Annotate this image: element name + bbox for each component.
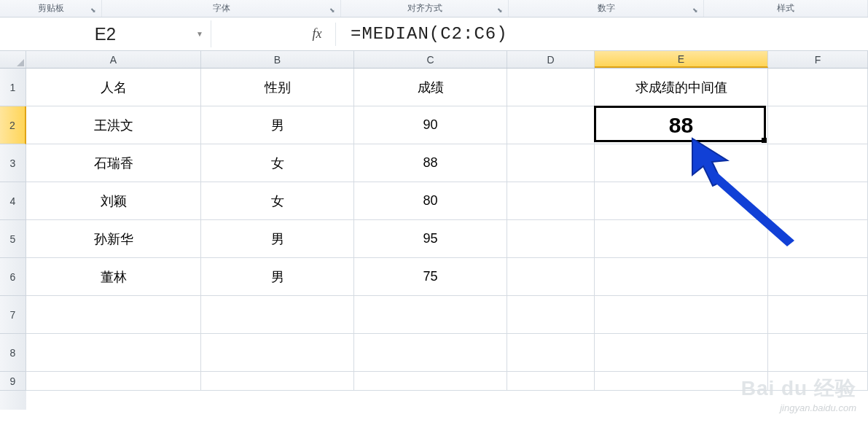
cell-B2[interactable]: 男 — [201, 106, 354, 144]
dialog-launcher-icon[interactable]: ⬊ — [88, 5, 98, 15]
cell-C7[interactable] — [354, 296, 507, 334]
dialog-launcher-icon[interactable]: ⬊ — [690, 5, 700, 15]
cell-E5[interactable] — [595, 220, 768, 258]
row-header-5[interactable]: 5 — [0, 220, 26, 258]
cell-D7[interactable] — [507, 296, 595, 334]
cell-B7[interactable] — [201, 296, 354, 334]
column-header-B[interactable]: B — [201, 51, 354, 68]
formula-text: =MEDIAN(C2:C6) — [351, 24, 508, 44]
column-headers: A B C D E F — [0, 51, 868, 69]
cell-C9[interactable] — [354, 372, 507, 391]
cell-C6[interactable]: 75 — [354, 258, 507, 296]
column-header-C[interactable]: C — [354, 51, 507, 68]
cell-C3[interactable]: 88 — [354, 144, 507, 182]
row-header-4[interactable]: 4 — [0, 182, 26, 220]
cell-E8[interactable] — [595, 334, 768, 372]
cell-E1[interactable]: 求成绩的中间值 — [595, 69, 768, 106]
column-header-A[interactable]: A — [26, 51, 201, 68]
column-header-F[interactable]: F — [768, 51, 868, 68]
ribbon-label: 数字 — [598, 2, 615, 15]
dialog-launcher-icon[interactable]: ⬊ — [327, 5, 337, 15]
cell-F5[interactable] — [768, 220, 868, 258]
ribbon-label: 样式 — [777, 2, 794, 15]
cell-C4[interactable]: 80 — [354, 182, 507, 220]
formula-controls: fx — [211, 20, 335, 47]
chevron-down-icon[interactable]: ▼ — [196, 30, 203, 38]
cell-A9[interactable] — [26, 372, 201, 391]
cell-F4[interactable] — [768, 182, 868, 220]
dialog-launcher-icon[interactable]: ⬊ — [495, 5, 505, 15]
cell-E7[interactable] — [595, 296, 768, 334]
cell-F2[interactable] — [768, 106, 868, 144]
ribbon-group-alignment: 对齐方式 ⬊ — [341, 0, 509, 17]
name-box-value: E2 — [95, 24, 116, 44]
cell-C2[interactable]: 90 — [354, 106, 507, 144]
formula-input[interactable]: =MEDIAN(C2:C6) — [336, 20, 868, 47]
cell-D2[interactable] — [507, 106, 595, 144]
cell-A5[interactable]: 孙新华 — [26, 220, 201, 258]
row-header-8[interactable]: 8 — [0, 334, 26, 372]
cell-B5[interactable]: 男 — [201, 220, 354, 258]
cell-A1[interactable]: 人名 — [26, 69, 201, 106]
ribbon-label: 字体 — [213, 2, 230, 15]
ribbon-group-font: 字体 ⬊ — [102, 0, 341, 17]
cell-C1[interactable]: 成绩 — [354, 69, 507, 106]
cell-B8[interactable] — [201, 334, 354, 372]
cell-A4[interactable]: 刘颖 — [26, 182, 201, 220]
cell-D1[interactable] — [507, 69, 595, 106]
cell-E6[interactable] — [595, 258, 768, 296]
cell-C8[interactable] — [354, 334, 507, 372]
cell-B1[interactable]: 性别 — [201, 69, 354, 106]
row-header-2[interactable]: 2 — [0, 106, 26, 144]
formula-bar: E2 ▼ fx =MEDIAN(C2:C6) — [0, 17, 868, 51]
ribbon-label: 剪贴板 — [38, 2, 64, 15]
ribbon-group-styles: 样式 — [704, 0, 868, 17]
row-headers: 1 2 3 4 5 6 7 8 9 — [0, 69, 26, 410]
cell-D6[interactable] — [507, 258, 595, 296]
cell-B6[interactable]: 男 — [201, 258, 354, 296]
watermark-logo: Bai du 经验 — [741, 375, 856, 402]
cell-F6[interactable] — [768, 258, 868, 296]
cell-C5[interactable]: 95 — [354, 220, 507, 258]
cell-B9[interactable] — [201, 372, 354, 391]
cell-A6[interactable]: 董林 — [26, 258, 201, 296]
cell-A2[interactable]: 王洪文 — [26, 106, 201, 144]
cell-D8[interactable] — [507, 334, 595, 372]
ribbon-group-clipboard: 剪贴板 ⬊ — [0, 0, 102, 17]
cell-D5[interactable] — [507, 220, 595, 258]
cell-E4[interactable] — [595, 182, 768, 220]
column-header-D[interactable]: D — [507, 51, 595, 68]
select-all-button[interactable] — [0, 51, 26, 68]
cell-A3[interactable]: 石瑞香 — [26, 144, 201, 182]
cell-F3[interactable] — [768, 144, 868, 182]
cell-F8[interactable] — [768, 334, 868, 372]
ribbon-label: 对齐方式 — [407, 2, 442, 15]
row-header-7[interactable]: 7 — [0, 296, 26, 334]
cell-D3[interactable] — [507, 144, 595, 182]
cell-E3[interactable] — [595, 144, 768, 182]
row-header-1[interactable]: 1 — [0, 69, 26, 106]
cell-F1[interactable] — [768, 69, 868, 106]
name-box[interactable]: E2 ▼ — [0, 20, 211, 47]
cell-area[interactable]: 人名 性别 成绩 求成绩的中间值 王洪文 男 90 88 石瑞香 女 88 刘颖… — [26, 69, 868, 410]
cell-D9[interactable] — [507, 372, 595, 391]
cell-D4[interactable] — [507, 182, 595, 220]
ribbon-group-labels: 剪贴板 ⬊ 字体 ⬊ 对齐方式 ⬊ 数字 ⬊ 样式 — [0, 0, 868, 17]
cell-A7[interactable] — [26, 296, 201, 334]
cell-A8[interactable] — [26, 334, 201, 372]
ribbon-group-number: 数字 ⬊ — [509, 0, 704, 17]
column-header-E[interactable]: E — [595, 51, 768, 68]
spreadsheet-grid: A B C D E F 1 2 3 4 5 6 7 8 9 人名 性别 成绩 求… — [0, 51, 868, 410]
watermark: Bai du 经验 jingyan.baidu.com — [741, 375, 856, 413]
cell-F7[interactable] — [768, 296, 868, 334]
row-header-3[interactable]: 3 — [0, 144, 26, 182]
row-header-6[interactable]: 6 — [0, 258, 26, 296]
watermark-url: jingyan.baidu.com — [741, 402, 856, 413]
cell-B4[interactable]: 女 — [201, 182, 354, 220]
row-header-9[interactable]: 9 — [0, 372, 26, 391]
cell-E2[interactable]: 88 — [595, 106, 768, 144]
cell-B3[interactable]: 女 — [201, 144, 354, 182]
insert-function-button[interactable]: fx — [306, 20, 328, 47]
